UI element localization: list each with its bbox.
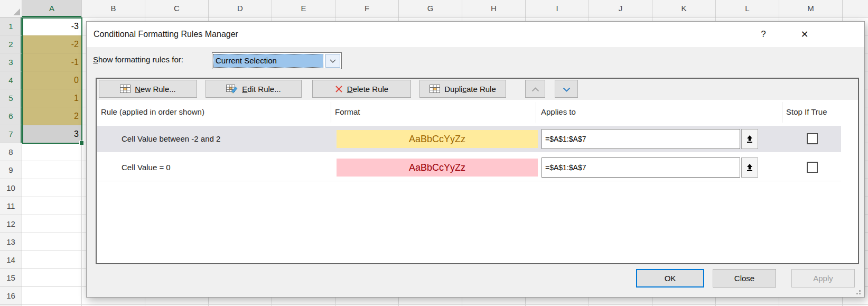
header-rule: Rule (applied in order shown)	[101, 100, 204, 124]
column-header-B[interactable]: B	[82, 0, 145, 17]
rule-row-selected[interactable]: Cell Value between -2 and 2 AaBbCcYyZz	[97, 126, 841, 152]
rules-toolbar: New Rule... Edit Rule... Delete Rule	[97, 79, 858, 100]
chevron-down-icon	[563, 85, 571, 94]
chevron-up-icon	[531, 85, 539, 94]
scope-dropdown-value: Current Selection	[213, 54, 323, 68]
select-all-corner[interactable]	[0, 0, 22, 17]
header-stop-if-true: Stop If True	[786, 100, 827, 124]
column-header-E[interactable]: E	[272, 0, 335, 17]
dialog-body: Show formatting rules for: Current Selec…	[87, 47, 864, 297]
row-header-14[interactable]: 14	[0, 251, 22, 269]
table-grid-pencil-icon	[226, 85, 238, 94]
column-header-partial[interactable]	[843, 0, 868, 17]
cell-A2[interactable]: -2	[22, 35, 82, 53]
new-rule-button[interactable]: New Rule...	[99, 80, 197, 98]
column-header-G[interactable]: G	[399, 0, 462, 17]
move-down-button[interactable]	[555, 80, 578, 98]
column-header-D[interactable]: D	[209, 0, 272, 17]
show-rules-label-accel: S	[93, 55, 98, 64]
column-header-L[interactable]: L	[716, 0, 779, 17]
applies-to-input[interactable]	[542, 129, 740, 149]
column-header-A[interactable]: A	[22, 0, 82, 17]
row-header-13[interactable]: 13	[0, 233, 22, 251]
row-header-1[interactable]: 1	[0, 17, 22, 35]
edit-rule-label: Edit Rule...	[242, 85, 281, 94]
column-header-M[interactable]: M	[779, 0, 843, 17]
duplicate-rule-button[interactable]: Duplicate Rule	[419, 80, 506, 98]
row-header-column: 1 2 3 4 5 6 7 8 9 10 11 12 13 14 15 16	[0, 17, 22, 306]
rule-name: Cell Value = 0	[122, 154, 171, 181]
table-grid-icon	[120, 85, 130, 93]
move-up-button[interactable]	[525, 80, 545, 98]
scope-dropdown[interactable]: Current Selection	[212, 52, 342, 69]
row-header-16[interactable]: 16	[0, 287, 22, 305]
duplicate-rule-label: Duplicate Rule	[444, 85, 496, 94]
row-header-5[interactable]: 5	[0, 89, 22, 107]
close-icon[interactable]: ✕	[796, 22, 814, 47]
dialog-titlebar[interactable]: Conditional Formatting Rules Manager ? ✕	[87, 22, 864, 47]
row-header-6[interactable]: 6	[0, 107, 22, 125]
cell-A6[interactable]: 2	[22, 107, 82, 125]
row-header-11[interactable]: 11	[0, 197, 22, 215]
range-picker-button[interactable]	[741, 129, 758, 149]
rules-list-box: New Rule... Edit Rule... Delete Rule	[96, 78, 859, 264]
column-header-K[interactable]: K	[652, 0, 716, 17]
chevron-down-icon[interactable]	[325, 54, 340, 68]
cell-A3[interactable]: -1	[22, 53, 82, 71]
applies-to-field	[542, 157, 758, 178]
row-header-10[interactable]: 10	[0, 179, 22, 197]
row-header-8[interactable]: 8	[0, 143, 22, 161]
close-button[interactable]: Close	[713, 269, 776, 288]
column-header-F[interactable]: F	[335, 0, 399, 17]
cell-A7[interactable]: 3	[22, 125, 82, 143]
cell-A1[interactable]: -3	[22, 17, 82, 35]
apply-button[interactable]: Apply	[791, 269, 855, 288]
help-button[interactable]: ?	[754, 22, 772, 47]
column-A-cells: -3 -2 -1 0 1 2 3	[22, 17, 82, 143]
applies-to-field	[542, 129, 758, 149]
column-divider	[782, 102, 782, 123]
row-header-2[interactable]: 2	[0, 35, 22, 53]
header-format: Format	[335, 100, 360, 124]
column-header-row: A B C D E F G H I J K L M	[0, 0, 868, 17]
stop-if-true-checkbox[interactable]	[807, 133, 818, 144]
ok-button[interactable]: OK	[636, 269, 704, 288]
stop-if-true-checkbox[interactable]	[807, 162, 818, 173]
show-rules-label-rest: how formatting rules for:	[98, 55, 183, 64]
range-picker-button[interactable]	[741, 157, 758, 178]
rules-table-header: Rule (applied in order shown) Format App…	[97, 100, 858, 126]
delete-rule-label: Delete Rule	[347, 85, 388, 94]
cell-A5[interactable]: 1	[22, 89, 82, 107]
column-header-I[interactable]: I	[526, 0, 589, 17]
cell-A4[interactable]: 0	[22, 71, 82, 89]
collapse-dialog-arrow-icon	[746, 163, 753, 172]
edit-rule-button[interactable]: Edit Rule...	[206, 80, 302, 98]
collapse-dialog-arrow-icon	[746, 135, 753, 143]
delete-rule-button[interactable]: Delete Rule	[312, 80, 411, 98]
column-header-H[interactable]: H	[462, 0, 526, 17]
format-sample: AaBbCcYyZz	[337, 130, 538, 148]
table-grid-icon	[430, 85, 440, 93]
red-x-icon	[335, 85, 343, 93]
column-header-C[interactable]: C	[145, 0, 209, 17]
cf-rules-manager-dialog: Conditional Formatting Rules Manager ? ✕…	[86, 21, 865, 298]
column-divider	[536, 102, 536, 123]
resize-grip[interactable]	[854, 288, 861, 294]
column-divider	[331, 102, 331, 123]
show-rules-label: Show formatting rules for:	[93, 55, 183, 64]
row-header-4[interactable]: 4	[0, 71, 22, 89]
row-header-7[interactable]: 7	[0, 125, 22, 143]
header-applies-to: Applies to	[541, 100, 576, 124]
column-header-J[interactable]: J	[589, 0, 652, 17]
row-header-3[interactable]: 3	[0, 53, 22, 71]
rule-name: Cell Value between -2 and 2	[122, 126, 220, 152]
format-sample: AaBbCcYyZz	[337, 159, 538, 177]
select-all-triangle-icon	[13, 8, 20, 15]
row-header-12[interactable]: 12	[0, 215, 22, 233]
dialog-title: Conditional Formatting Rules Manager	[94, 22, 238, 47]
rule-row[interactable]: Cell Value = 0 AaBbCcYyZz	[97, 154, 841, 181]
applies-to-input[interactable]	[542, 157, 740, 178]
row-header-15[interactable]: 15	[0, 269, 22, 287]
row-header-9[interactable]: 9	[0, 161, 22, 179]
new-rule-label: New Rule...	[135, 85, 176, 94]
